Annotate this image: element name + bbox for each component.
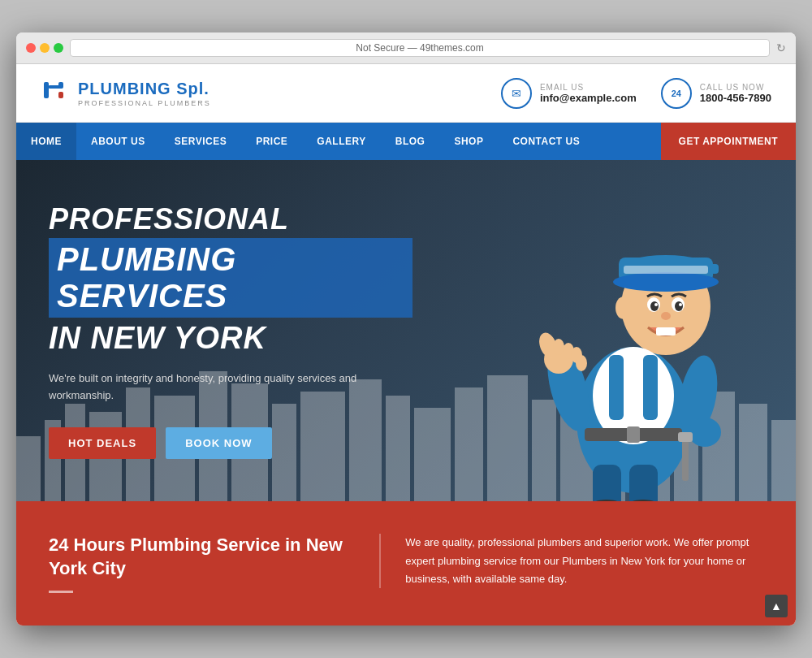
svg-point-56 (689, 418, 721, 447)
email-icon: ✉ (501, 78, 532, 109)
hero-section: PROFESSIONAL PLUMBING SERVICES IN NEW YO… (16, 160, 796, 501)
logo-text: PLUMBING Spl. PROFESSIONAL PLUMBERS (78, 80, 211, 107)
browser-chrome: Not Secure — 49themes.com ↻ (16, 32, 796, 64)
svg-rect-58 (629, 465, 658, 501)
nav-about[interactable]: ABOUT US (76, 123, 160, 160)
reload-icon[interactable]: ↻ (776, 41, 786, 54)
svg-rect-41 (656, 327, 676, 335)
hero-title-line2: PLUMBING SERVICES (49, 238, 412, 318)
hero-description: We're built on integrity and honesty, pr… (49, 370, 357, 405)
browser-window: Not Secure — 49themes.com ↻ PLUMBING Spl… (16, 32, 796, 625)
scroll-up-button[interactable]: ▲ (765, 595, 788, 617)
phone-info: CALL US NOW 1800-456-7890 (700, 83, 771, 104)
nav-blog[interactable]: BLOG (381, 123, 440, 160)
nav-services[interactable]: SERVICES (160, 123, 241, 160)
nav-price[interactable]: PRICE (241, 123, 302, 160)
svg-rect-57 (593, 465, 621, 501)
svg-point-42 (615, 297, 632, 319)
svg-rect-17 (455, 387, 483, 501)
bottom-left: 24 Hours Plumbing Service in New York Ci… (49, 534, 347, 592)
nav-contact[interactable]: CONTACT US (498, 123, 594, 160)
header-contacts: ✉ EMAIL US info@example.com 24 CALL US N… (501, 78, 771, 109)
svg-rect-44 (609, 355, 624, 420)
hot-deals-button[interactable]: HOT DEALS (49, 427, 156, 459)
logo-sub: PROFESSIONAL PLUMBERS (78, 99, 211, 107)
logo-brand: PLUMBING Spl. (78, 80, 211, 98)
svg-point-51 (553, 339, 564, 355)
hero-content: PROFESSIONAL PLUMBING SERVICES IN NEW YO… (16, 162, 445, 500)
svg-rect-33 (624, 266, 708, 274)
nav-shop[interactable]: SHOP (439, 123, 498, 160)
book-now-button[interactable]: BOOK NOW (166, 427, 271, 459)
phone-value: 1800-456-7890 (700, 92, 771, 104)
email-contact: ✉ EMAIL US info@example.com (501, 78, 637, 109)
hero-buttons: HOT DEALS BOOK NOW (49, 427, 412, 459)
svg-rect-26 (771, 420, 796, 501)
svg-point-40 (661, 312, 671, 320)
svg-point-39 (679, 303, 682, 306)
minimize-dot[interactable] (40, 43, 50, 53)
svg-point-32 (613, 272, 719, 292)
nav-home[interactable]: HOME (16, 123, 76, 160)
close-dot[interactable] (26, 43, 36, 53)
nav-items: HOME ABOUT US SERVICES PRICE GALLERY BLO… (16, 123, 661, 160)
bottom-divider (49, 591, 73, 593)
phone-icon: 24 (661, 78, 692, 109)
logo-accent: Spl. (176, 80, 209, 97)
phone-24: 24 (672, 89, 681, 98)
email-value: info@example.com (540, 92, 637, 104)
svg-rect-3 (58, 92, 63, 98)
site-nav: HOME ABOUT US SERVICES PRICE GALLERY BLO… (16, 123, 796, 160)
window-controls (26, 43, 63, 53)
svg-point-37 (675, 301, 683, 311)
email-info: EMAIL US info@example.com (540, 83, 637, 104)
svg-point-54 (576, 355, 587, 371)
logo-area: PLUMBING Spl. PROFESSIONAL PLUMBERS (41, 76, 211, 110)
svg-point-36 (650, 301, 659, 311)
nav-appointment[interactable]: GET APPOINTMENT (661, 123, 796, 160)
hero-title-line1: PROFESSIONAL (49, 203, 412, 236)
svg-rect-2 (58, 82, 63, 89)
address-bar[interactable]: Not Secure — 49themes.com (70, 39, 770, 57)
phone-contact: 24 CALL US NOW 1800-456-7890 (661, 78, 771, 109)
svg-rect-47 (627, 426, 640, 443)
phone-label: CALL US NOW (700, 83, 771, 92)
logo-main-word: PLUMBING (78, 80, 171, 97)
bottom-section: 24 Hours Plumbing Service in New York Ci… (16, 501, 796, 625)
hero-title-line3: IN NEW YORK (49, 321, 412, 356)
email-label: EMAIL US (540, 83, 637, 92)
maximize-dot[interactable] (54, 43, 63, 53)
nav-gallery[interactable]: GALLERY (302, 123, 380, 160)
svg-rect-45 (643, 355, 658, 420)
svg-rect-62 (678, 432, 693, 442)
plumber-illustration (503, 176, 763, 501)
svg-point-38 (654, 303, 658, 306)
svg-rect-0 (44, 82, 49, 98)
site-header: PLUMBING Spl. PROFESSIONAL PLUMBERS ✉ EM… (16, 64, 796, 123)
logo-icon (41, 76, 70, 110)
bottom-title: 24 Hours Plumbing Service in New York Ci… (49, 534, 347, 580)
bottom-description: We are quality, professional plumbers an… (379, 534, 763, 587)
